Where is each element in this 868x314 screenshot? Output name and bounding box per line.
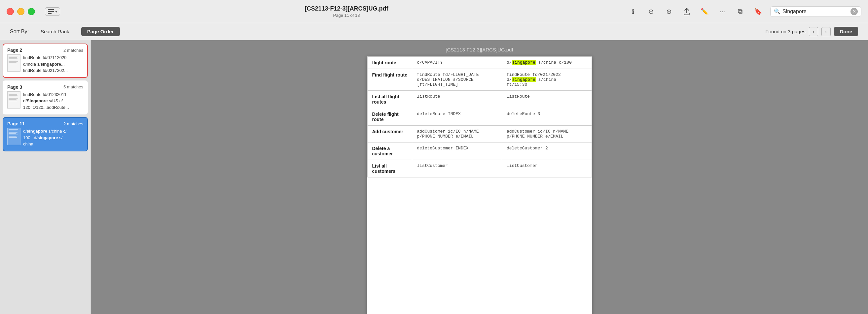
result-snippet: findRoute fd/07112029 d/India s/singapor… [23, 55, 68, 74]
pdf-document-title: [CS2113-F12-3][ARCS]UG.pdf [445, 47, 513, 53]
example-cell: deleteCustomer 2 [502, 142, 592, 160]
done-button[interactable]: Done [834, 27, 859, 36]
feature-cell: Delete flight route [367, 108, 412, 126]
result-matches-count: 2 matches [63, 121, 83, 126]
feature-cell: Add customer [367, 126, 412, 142]
titlebar: ▾ [CS2113-F12-3][ARCS]UG.pdf Page 11 of … [0, 0, 868, 23]
table-row: Delete a customer deleteCustomer INDEX d… [367, 142, 592, 160]
toolbar-right: ℹ ⊖ ⊕ ✏️ ··· ⧉ 🔖 🔍 ✕ [627, 6, 861, 17]
search-result-page2[interactable]: Page 2 2 matches findRoute fd/07112029 d… [3, 43, 88, 78]
more-options-button[interactable]: ··· [717, 6, 728, 17]
format-cell: c/CAPACITY [412, 57, 502, 69]
result-thumb-row: d/singapore s/china c/ 100...d/singapore… [7, 128, 83, 147]
table-row: Find flight route findRoute fd/FLIGHT_DA… [367, 69, 592, 91]
result-header-page2: Page 2 2 matches [7, 47, 83, 53]
result-snippet: findRoute fd/01232011 d/Singapore s/US c… [23, 91, 69, 111]
result-page-label: Page 11 [7, 121, 25, 126]
main-layout: Page 2 2 matches findRoute fd/07112029 d… [0, 40, 868, 314]
feature-cell: Delete a customer [367, 142, 412, 160]
result-header-page3: Page 3 5 matches [7, 84, 83, 90]
sort-by-page-order-button[interactable]: Page Order [81, 27, 120, 36]
sort-by-search-rank-button[interactable]: Search Rank [35, 27, 75, 36]
example-cell: deleteRoute 3 [502, 108, 592, 126]
result-matches-count: 5 matches [63, 84, 83, 90]
result-page-label: Page 3 [7, 84, 22, 90]
result-header-page11: Page 11 2 matches [7, 121, 83, 126]
next-result-button[interactable]: › [822, 27, 831, 36]
sort-bar: Sort By: Search Rank Page Order Found on… [0, 23, 868, 40]
sidebar-toggle-icon [48, 9, 54, 14]
document-title: [CS2113-F12-3][ARCS]UG.pdf [305, 5, 388, 12]
close-button[interactable] [7, 8, 14, 15]
result-thumbnail [7, 55, 21, 72]
search-input[interactable] [782, 8, 848, 14]
format-cell: deleteCustomer INDEX [412, 142, 502, 160]
feature-cell: flight route [367, 57, 412, 69]
result-thumbnail [7, 128, 21, 145]
search-bar[interactable]: 🔍 ✕ [770, 6, 861, 17]
search-clear-button[interactable]: ✕ [850, 8, 858, 15]
result-thumb-row: findRoute fd/01232011 d/Singapore s/US c… [7, 91, 83, 111]
minimize-button[interactable] [17, 8, 25, 15]
zoom-out-button[interactable]: ⊖ [645, 6, 657, 17]
result-thumbnail [7, 91, 21, 108]
table-row: Delete flight route deleteRoute INDEX de… [367, 108, 592, 126]
result-snippet: d/singapore s/china c/ 100...d/singapore… [23, 128, 67, 147]
search-button-toolbar[interactable]: 🔖 [752, 6, 764, 17]
format-cell: addCustomer ic/IC n/NAMEp/PHONE_NUMBER e… [412, 126, 502, 142]
pdf-page: flight route c/CAPACITY d/singapore s/ch… [367, 57, 592, 314]
pdf-command-table: flight route c/CAPACITY d/singapore s/ch… [367, 57, 592, 177]
example-cell: addCustomer ic/IC n/NAMEp/PHONE_NUMBER e… [502, 126, 592, 142]
feature-cell: Find flight route [367, 69, 412, 91]
result-matches-count: 2 matches [63, 48, 83, 53]
fullscreen-button[interactable] [28, 8, 35, 15]
traffic-lights [7, 8, 35, 15]
format-cell: listRoute [412, 91, 502, 108]
found-info: Found on 3 pages ‹ › Done [766, 27, 858, 36]
format-cell: listCustomer [412, 160, 502, 177]
annotate-button[interactable]: ✏️ [699, 6, 710, 17]
sidebar-toggle-button[interactable]: ▾ [45, 7, 60, 16]
found-pages-label: Found on 3 pages [766, 29, 806, 34]
table-row: flight route c/CAPACITY d/singapore s/ch… [367, 57, 592, 69]
table-row: List all flight routes listRoute listRou… [367, 91, 592, 108]
feature-cell: List all customers [367, 160, 412, 177]
pdf-viewer-area[interactable]: [CS2113-F12-3][ARCS]UG.pdf flight route … [91, 40, 868, 314]
example-cell: findRoute fd/02172022d/singapore s/china… [502, 69, 592, 91]
format-cell: findRoute fd/FLIGHT_DATEd/DESTINATION s/… [412, 69, 502, 91]
table-row: List all customers listCustomer listCust… [367, 160, 592, 177]
prev-result-button[interactable]: ‹ [809, 27, 818, 36]
share-button[interactable] [681, 6, 692, 17]
example-cell: listCustomer [502, 160, 592, 177]
title-section: [CS2113-F12-3][ARCS]UG.pdf Page 11 of 13 [65, 5, 627, 18]
format-cell: deleteRoute INDEX [412, 108, 502, 126]
page-indicator: Page 11 of 13 [333, 13, 360, 18]
search-result-page3[interactable]: Page 3 5 matches findRoute fd/01232011 d… [3, 80, 88, 115]
chevron-down-icon: ▾ [55, 9, 57, 14]
sort-by-label: Sort By: [10, 29, 29, 35]
search-icon: 🔍 [774, 8, 780, 14]
example-cell: d/singapore s/china c/100 [502, 57, 592, 69]
feature-cell: List all flight routes [367, 91, 412, 108]
table-row: Add customer addCustomer ic/IC n/NAMEp/P… [367, 126, 592, 142]
result-thumb-row: findRoute fd/07112029 d/India s/singapor… [7, 55, 83, 74]
example-cell: listRoute [502, 91, 592, 108]
search-results-sidebar: Page 2 2 matches findRoute fd/07112029 d… [0, 40, 91, 314]
result-page-label: Page 2 [7, 47, 22, 53]
info-button[interactable]: ℹ [627, 6, 639, 17]
zoom-in-button[interactable]: ⊕ [663, 6, 675, 17]
search-result-page11[interactable]: Page 11 2 matches d/singapore s/china c/… [3, 117, 88, 151]
window-button[interactable]: ⧉ [735, 6, 746, 17]
